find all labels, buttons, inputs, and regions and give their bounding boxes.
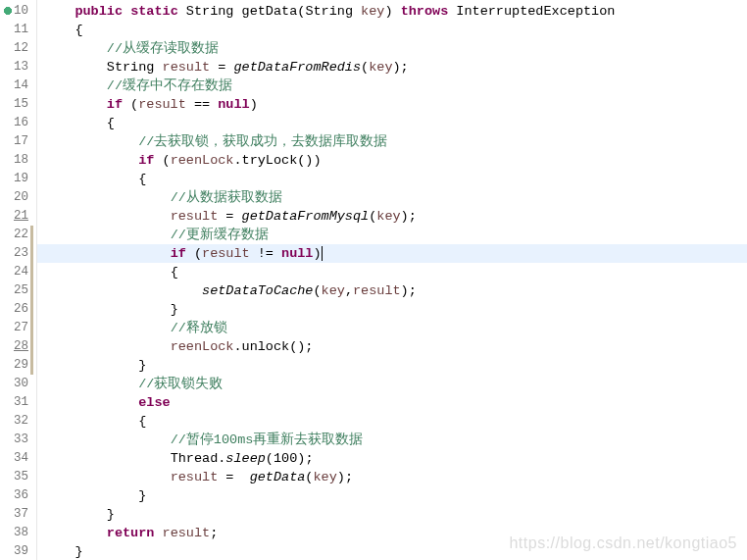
code-line: //去获取锁，获取成功，去数据库取数据 (37, 132, 747, 151)
code-line: //缓存中不存在数据 (37, 76, 747, 95)
code-line: return result; (37, 524, 747, 542)
line-number: 10 (0, 2, 36, 21)
line-number: 24 (0, 263, 36, 281)
code-line: Thread.sleep(100); (37, 449, 747, 468)
code-line: reenLock.unlock(); (37, 337, 747, 356)
code-line: //释放锁 (37, 319, 747, 337)
line-number: 26 (0, 300, 36, 319)
line-number: 20 (0, 188, 36, 207)
line-number: 17 (0, 132, 36, 151)
code-line: } (37, 300, 747, 319)
code-line: setDataToCache(key,result); (37, 281, 747, 300)
line-number: 18 (0, 151, 36, 170)
code-line: //获取锁失败 (37, 375, 747, 393)
code-line: } (37, 542, 747, 560)
code-line: public static String getData(String key)… (37, 2, 747, 21)
code-line: //更新缓存数据 (37, 226, 747, 244)
line-number: 19 (0, 170, 36, 188)
code-line: String result = getDataFromRedis(key); (37, 58, 747, 76)
line-number: 12 (0, 39, 36, 58)
code-line: if (result == null) (37, 95, 747, 114)
line-number-gutter: 1011121314151617181920212223242526272829… (0, 0, 37, 560)
code-line: //从数据获取数据 (37, 188, 747, 207)
line-number: 25 (0, 281, 36, 300)
line-number: 39 (0, 542, 36, 560)
line-number: 30 (0, 375, 36, 393)
line-number: 23 (0, 244, 36, 263)
line-number: 34 (0, 449, 36, 468)
line-number: 13 (0, 58, 36, 76)
line-number: 21 (0, 207, 36, 226)
line-number: 27 (0, 319, 36, 337)
code-line: } (37, 505, 747, 524)
code-line: result = getDataFromMysql(key); (37, 207, 747, 226)
line-number: 31 (0, 393, 36, 412)
line-number: 16 (0, 114, 36, 132)
line-number: 11 (0, 21, 36, 39)
code-line: //暂停100ms再重新去获取数据 (37, 431, 747, 449)
line-number: 29 (0, 356, 36, 375)
code-line: { (37, 170, 747, 188)
line-number: 36 (0, 486, 36, 505)
code-line: result = getData(key); (37, 468, 747, 486)
code-line: { (37, 21, 747, 39)
text-cursor: ) (313, 246, 322, 261)
code-line: else (37, 393, 747, 412)
line-number: 22 (0, 226, 36, 244)
line-number: 35 (0, 468, 36, 486)
code-line: { (37, 263, 747, 281)
code-line-highlighted: if (result != null) (37, 244, 747, 263)
line-number: 15 (0, 95, 36, 114)
code-line: if (reenLock.tryLock()) (37, 151, 747, 170)
code-line: } (37, 486, 747, 505)
code-line: { (37, 114, 747, 132)
code-line: { (37, 412, 747, 431)
code-editor: 1011121314151617181920212223242526272829… (0, 0, 747, 560)
line-number: 38 (0, 524, 36, 542)
line-number: 33 (0, 431, 36, 449)
override-marker-icon (2, 5, 14, 17)
line-number: 28 (0, 337, 36, 356)
code-area[interactable]: public static String getData(String key)… (37, 0, 747, 560)
line-number: 37 (0, 505, 36, 524)
line-number: 32 (0, 412, 36, 431)
code-line: //从缓存读取数据 (37, 39, 747, 58)
code-line: } (37, 356, 747, 375)
line-number: 14 (0, 76, 36, 95)
